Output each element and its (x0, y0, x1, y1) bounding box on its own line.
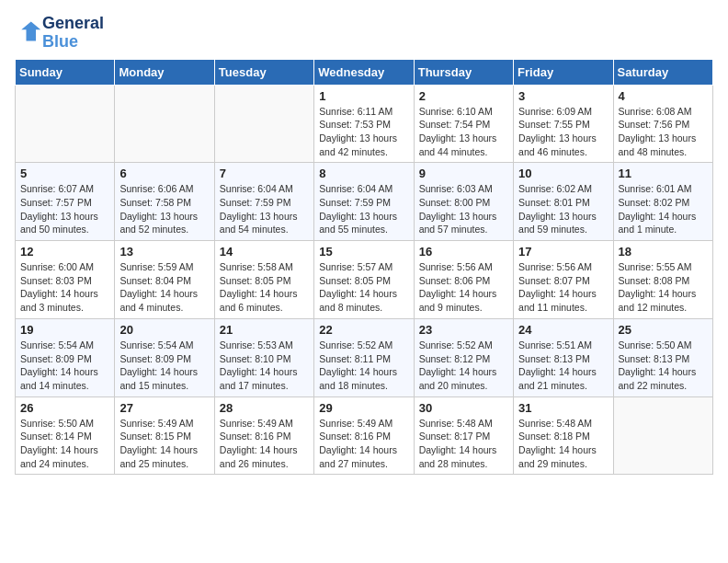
calendar-cell (115, 85, 214, 163)
day-info: Sunrise: 5:55 AM Sunset: 8:08 PM Dayligh… (619, 260, 708, 315)
day-number: 8 (319, 167, 408, 180)
calendar-week-row: 12Sunrise: 6:00 AM Sunset: 8:03 PM Dayli… (16, 241, 713, 319)
day-info: Sunrise: 6:02 AM Sunset: 8:01 PM Dayligh… (518, 182, 608, 236)
calendar-cell: 14Sunrise: 5:58 AM Sunset: 8:05 PM Dayli… (214, 241, 313, 319)
day-number: 9 (419, 167, 508, 180)
day-info: Sunrise: 6:04 AM Sunset: 7:59 PM Dayligh… (319, 182, 408, 236)
day-number: 24 (518, 323, 608, 337)
calendar-cell: 16Sunrise: 5:56 AM Sunset: 8:06 PM Dayli… (414, 241, 513, 319)
day-info: Sunrise: 5:48 AM Sunset: 8:17 PM Dayligh… (419, 417, 508, 471)
calendar-cell: 28Sunrise: 5:49 AM Sunset: 8:16 PM Dayli… (214, 396, 313, 475)
calendar-cell: 26Sunrise: 5:50 AM Sunset: 8:14 PM Dayli… (16, 396, 115, 475)
day-number: 18 (619, 245, 708, 259)
calendar-cell: 23Sunrise: 5:52 AM Sunset: 8:12 PM Dayli… (414, 318, 513, 396)
day-number: 19 (20, 323, 109, 337)
day-number: 15 (319, 245, 408, 259)
calendar-cell (214, 85, 313, 163)
calendar-cell: 8Sunrise: 6:04 AM Sunset: 7:59 PM Daylig… (314, 163, 414, 241)
calendar-cell: 24Sunrise: 5:51 AM Sunset: 8:13 PM Dayli… (514, 318, 613, 396)
calendar-cell: 29Sunrise: 5:49 AM Sunset: 8:16 PM Dayli… (314, 396, 414, 475)
day-info: Sunrise: 5:49 AM Sunset: 8:15 PM Dayligh… (119, 417, 209, 471)
day-info: Sunrise: 6:00 AM Sunset: 8:03 PM Dayligh… (20, 260, 109, 315)
calendar-cell: 4Sunrise: 6:08 AM Sunset: 7:56 PM Daylig… (613, 85, 712, 163)
day-info: Sunrise: 5:52 AM Sunset: 8:11 PM Dayligh… (319, 339, 408, 393)
weekday-header: Monday (115, 59, 214, 85)
calendar-cell: 27Sunrise: 5:49 AM Sunset: 8:15 PM Dayli… (115, 396, 214, 475)
day-info: Sunrise: 5:52 AM Sunset: 8:12 PM Dayligh… (419, 339, 508, 393)
day-info: Sunrise: 5:53 AM Sunset: 8:10 PM Dayligh… (220, 339, 309, 393)
day-number: 3 (518, 89, 608, 103)
day-number: 23 (419, 323, 508, 337)
day-info: Sunrise: 5:48 AM Sunset: 8:18 PM Dayligh… (518, 417, 608, 471)
day-info: Sunrise: 5:56 AM Sunset: 8:06 PM Dayligh… (419, 260, 508, 315)
day-number: 5 (20, 167, 109, 180)
day-number: 13 (119, 245, 209, 259)
day-info: Sunrise: 6:08 AM Sunset: 7:56 PM Dayligh… (619, 105, 708, 159)
page-header: General Blue (15, 15, 713, 52)
calendar-cell: 17Sunrise: 5:56 AM Sunset: 8:07 PM Dayli… (514, 241, 613, 319)
logo: General Blue (15, 15, 104, 52)
day-number: 26 (20, 401, 109, 415)
calendar-cell: 6Sunrise: 6:06 AM Sunset: 7:58 PM Daylig… (115, 163, 214, 241)
calendar-cell: 5Sunrise: 6:07 AM Sunset: 7:57 PM Daylig… (16, 163, 115, 241)
calendar-cell: 21Sunrise: 5:53 AM Sunset: 8:10 PM Dayli… (214, 318, 313, 396)
day-info: Sunrise: 6:03 AM Sunset: 8:00 PM Dayligh… (419, 182, 508, 236)
calendar-cell: 1Sunrise: 6:11 AM Sunset: 7:53 PM Daylig… (314, 85, 414, 163)
calendar-cell: 18Sunrise: 5:55 AM Sunset: 8:08 PM Dayli… (613, 241, 712, 319)
day-info: Sunrise: 6:04 AM Sunset: 7:59 PM Dayligh… (220, 182, 309, 236)
day-info: Sunrise: 6:09 AM Sunset: 7:55 PM Dayligh… (518, 105, 608, 159)
calendar-cell (16, 85, 115, 163)
day-number: 10 (518, 167, 608, 180)
day-info: Sunrise: 5:59 AM Sunset: 8:04 PM Dayligh… (119, 260, 209, 315)
day-number: 30 (419, 401, 508, 415)
weekday-header: Saturday (613, 59, 712, 85)
day-info: Sunrise: 5:54 AM Sunset: 8:09 PM Dayligh… (20, 339, 109, 393)
weekday-header: Thursday (414, 59, 513, 85)
day-number: 7 (220, 167, 309, 180)
calendar-cell: 11Sunrise: 6:01 AM Sunset: 8:02 PM Dayli… (613, 163, 712, 241)
calendar-cell: 22Sunrise: 5:52 AM Sunset: 8:11 PM Dayli… (314, 318, 414, 396)
weekday-header: Wednesday (314, 59, 414, 85)
day-info: Sunrise: 5:49 AM Sunset: 8:16 PM Dayligh… (220, 417, 309, 471)
calendar-cell: 3Sunrise: 6:09 AM Sunset: 7:55 PM Daylig… (514, 85, 613, 163)
day-number: 4 (619, 89, 708, 103)
day-number: 22 (319, 323, 408, 337)
day-number: 27 (119, 401, 209, 415)
calendar-week-row: 26Sunrise: 5:50 AM Sunset: 8:14 PM Dayli… (16, 396, 713, 475)
day-info: Sunrise: 6:06 AM Sunset: 7:58 PM Dayligh… (119, 182, 209, 236)
calendar-cell: 2Sunrise: 6:10 AM Sunset: 7:54 PM Daylig… (414, 85, 513, 163)
day-info: Sunrise: 5:50 AM Sunset: 8:14 PM Dayligh… (20, 417, 109, 471)
calendar-cell: 20Sunrise: 5:54 AM Sunset: 8:09 PM Dayli… (115, 318, 214, 396)
day-info: Sunrise: 6:10 AM Sunset: 7:54 PM Dayligh… (419, 105, 508, 159)
calendar-cell: 30Sunrise: 5:48 AM Sunset: 8:17 PM Dayli… (414, 396, 513, 475)
day-info: Sunrise: 6:07 AM Sunset: 7:57 PM Dayligh… (20, 182, 109, 236)
day-info: Sunrise: 6:01 AM Sunset: 8:02 PM Dayligh… (619, 182, 708, 236)
calendar-week-row: 5Sunrise: 6:07 AM Sunset: 7:57 PM Daylig… (16, 163, 713, 241)
calendar-cell: 7Sunrise: 6:04 AM Sunset: 7:59 PM Daylig… (214, 163, 313, 241)
calendar-header-row: SundayMondayTuesdayWednesdayThursdayFrid… (16, 59, 713, 85)
day-info: Sunrise: 5:54 AM Sunset: 8:09 PM Dayligh… (119, 339, 209, 393)
day-number: 2 (419, 89, 508, 103)
day-info: Sunrise: 5:51 AM Sunset: 8:13 PM Dayligh… (518, 339, 608, 393)
day-info: Sunrise: 5:57 AM Sunset: 8:05 PM Dayligh… (319, 260, 408, 315)
weekday-header: Friday (514, 59, 613, 85)
calendar-week-row: 19Sunrise: 5:54 AM Sunset: 8:09 PM Dayli… (16, 318, 713, 396)
day-number: 1 (319, 89, 408, 103)
day-number: 12 (20, 245, 109, 259)
calendar-cell: 19Sunrise: 5:54 AM Sunset: 8:09 PM Dayli… (16, 318, 115, 396)
svg-marker-0 (21, 21, 40, 40)
calendar-cell: 13Sunrise: 5:59 AM Sunset: 8:04 PM Dayli… (115, 241, 214, 319)
calendar-cell: 25Sunrise: 5:50 AM Sunset: 8:13 PM Dayli… (613, 318, 712, 396)
day-number: 14 (220, 245, 309, 259)
day-number: 28 (220, 401, 309, 415)
calendar-cell: 31Sunrise: 5:48 AM Sunset: 8:18 PM Dayli… (514, 396, 613, 475)
calendar-cell (613, 396, 712, 475)
logo-icon (17, 18, 42, 44)
weekday-header: Tuesday (214, 59, 313, 85)
day-number: 17 (518, 245, 608, 259)
calendar-week-row: 1Sunrise: 6:11 AM Sunset: 7:53 PM Daylig… (16, 85, 713, 163)
calendar-cell: 12Sunrise: 6:00 AM Sunset: 8:03 PM Dayli… (16, 241, 115, 319)
calendar-cell: 15Sunrise: 5:57 AM Sunset: 8:05 PM Dayli… (314, 241, 414, 319)
calendar-cell: 10Sunrise: 6:02 AM Sunset: 8:01 PM Dayli… (514, 163, 613, 241)
logo-text: General Blue (42, 15, 104, 52)
